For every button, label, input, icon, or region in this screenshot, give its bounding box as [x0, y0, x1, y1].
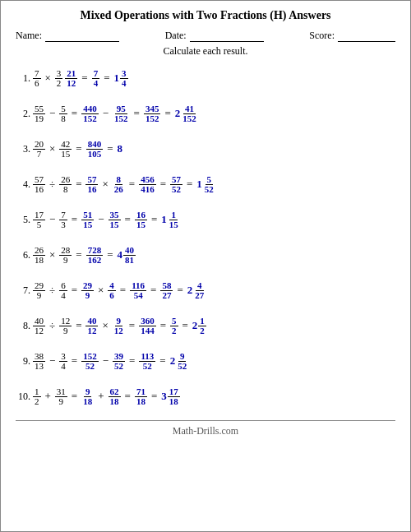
problem-number: 10.: [16, 391, 30, 403]
mixed-number: 2427: [187, 281, 206, 300]
page-title: Mixed Operations with Two Fractions (H) …: [16, 9, 395, 22]
operator: ÷: [48, 178, 57, 191]
operator: −: [48, 354, 57, 368]
equals: =: [70, 107, 79, 120]
fraction: 6218: [109, 387, 121, 406]
mixed-number: 1115: [161, 210, 180, 229]
fraction: 46: [108, 281, 116, 300]
operator: ×: [48, 142, 57, 155]
date-field: Date:: [165, 29, 264, 42]
operator: −: [101, 354, 110, 368]
problem-number: 1.: [16, 72, 30, 85]
fraction: 95152: [113, 104, 130, 123]
instruction: Calculate each result.: [16, 45, 395, 58]
score-label: Score:: [309, 30, 335, 42]
fraction: 175: [33, 210, 45, 229]
problem-row: 3.207×4215=840105=8: [16, 133, 395, 164]
fraction: 5115: [81, 210, 94, 229]
footer: Math-Drills.com: [16, 420, 395, 437]
fraction: 552: [203, 175, 215, 194]
fraction: 918: [81, 387, 94, 406]
operator: ÷: [48, 319, 57, 332]
fraction: 34: [59, 352, 67, 371]
problem-row: 4.5716÷268=5716×826=456416=5752=1552: [16, 169, 395, 200]
date-label: Date:: [165, 30, 187, 42]
equals: =: [118, 284, 127, 297]
fraction: 76: [33, 69, 41, 88]
mixed-number: 2952: [170, 352, 189, 371]
equals: =: [102, 72, 111, 85]
fraction: 3813: [33, 352, 45, 371]
fraction: 268: [59, 175, 72, 194]
fraction: 427: [193, 281, 206, 300]
operator: ×: [100, 319, 109, 332]
mixed-number: 31718: [161, 387, 180, 406]
fraction: 1615: [135, 210, 147, 229]
problem-number: 7.: [16, 285, 30, 297]
name-label: Name:: [16, 30, 42, 42]
fraction: 3515: [109, 210, 121, 229]
equals: =: [70, 354, 79, 368]
equals: =: [74, 319, 83, 332]
fraction: 840105: [86, 140, 104, 159]
problem-number: 6.: [16, 249, 30, 261]
equals: =: [159, 178, 168, 191]
equals: =: [181, 319, 190, 332]
fraction: 3952: [113, 352, 125, 371]
operator: −: [48, 213, 57, 226]
fraction: 299: [81, 281, 94, 300]
equals: =: [74, 178, 83, 191]
fraction: 440152: [81, 104, 99, 123]
operator: +: [96, 390, 105, 403]
fraction: 4012: [85, 317, 98, 335]
fraction: 2618: [33, 246, 45, 265]
problem-row: 10.12+319=918+6218=7118=31718: [16, 381, 395, 412]
problem-row: 7.299÷64=299×46=11654=5827=2427: [16, 275, 395, 306]
operator: −: [101, 107, 110, 120]
fraction: 5716: [85, 175, 98, 194]
score-underline: [338, 29, 395, 42]
equals: =: [70, 213, 79, 226]
fraction: 207: [33, 140, 45, 159]
fraction: 5716: [33, 175, 45, 194]
equals: =: [80, 72, 89, 85]
fraction: 2112: [65, 69, 77, 88]
fraction: 728162: [86, 246, 104, 265]
date-underline: [190, 29, 264, 42]
fraction: 32: [55, 69, 63, 88]
problems-container: 1.76×322112=74=1342.5519−58=440152−95152…: [16, 62, 395, 412]
fraction: 7118: [135, 387, 147, 406]
fraction: 11654: [130, 281, 146, 300]
fraction: 360144: [139, 317, 156, 335]
name-field: Name:: [16, 29, 119, 42]
fraction: 52: [170, 317, 178, 335]
fraction: 4012: [33, 317, 45, 335]
equals: =: [175, 284, 184, 297]
fraction: 5827: [160, 281, 173, 300]
fraction: 345152: [144, 104, 161, 123]
equals: =: [159, 319, 168, 332]
equals: =: [105, 142, 114, 155]
equals: =: [123, 390, 132, 403]
mixed-number: 1552: [196, 175, 215, 194]
equals: =: [70, 390, 79, 403]
equals: =: [74, 142, 83, 155]
fraction: 1718: [168, 387, 180, 406]
equals: =: [127, 178, 136, 191]
equals: =: [123, 213, 132, 226]
fraction: 58: [59, 104, 67, 123]
operator: ×: [100, 178, 109, 191]
mixed-number: 241152: [175, 104, 198, 123]
fraction: 64: [59, 281, 67, 300]
problem-number: 4.: [16, 178, 30, 191]
score-field: Score:: [309, 29, 395, 42]
equals: =: [163, 107, 172, 120]
equals: =: [132, 107, 141, 120]
fraction: 74: [92, 69, 100, 88]
fraction: 129: [59, 317, 72, 335]
fraction: 4215: [59, 140, 72, 159]
operator: −: [48, 107, 57, 120]
name-underline: [45, 29, 119, 42]
fraction: 41152: [181, 104, 198, 123]
equals: =: [158, 354, 167, 368]
